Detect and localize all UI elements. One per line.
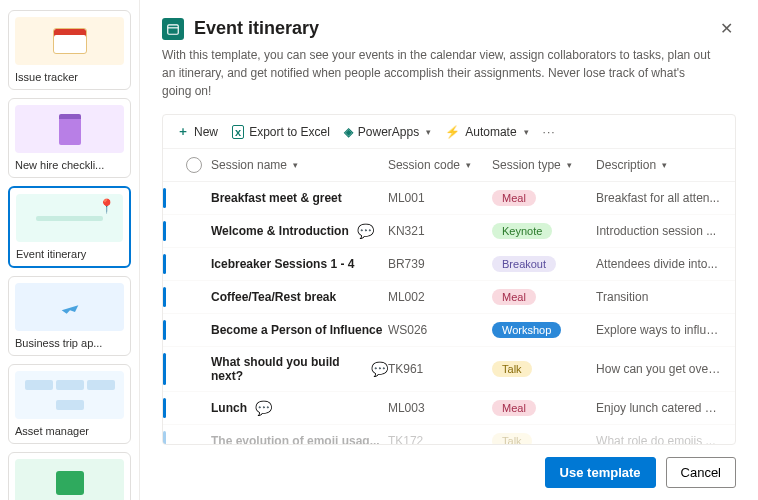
row-accent-bar bbox=[163, 398, 166, 418]
cell-session-name: Welcome & Introduction💬 bbox=[211, 223, 388, 239]
dialog-footer: Use template Cancel bbox=[162, 445, 736, 488]
list-toolbar: ＋ New x Export to Excel ◈ PowerApps ▾ ⚡ … bbox=[163, 115, 735, 149]
powerapps-icon: ◈ bbox=[344, 125, 353, 139]
cell-session-name: The evolution of emoji usag... bbox=[211, 434, 388, 444]
main-panel: Event itinerary ✕ With this template, yo… bbox=[140, 0, 758, 500]
template-card-business-trip[interactable]: Business trip ap... bbox=[8, 276, 131, 356]
asset-manager-thumb bbox=[15, 371, 124, 419]
template-label: Issue tracker bbox=[15, 71, 124, 83]
cell-session-name: Breakfast meet & greet bbox=[211, 191, 388, 205]
cell-description: Enjoy lunch catered b... bbox=[596, 401, 721, 415]
type-pill: Talk bbox=[492, 433, 532, 444]
comment-icon[interactable]: 💬 bbox=[371, 361, 388, 377]
chevron-down-icon: ▾ bbox=[466, 160, 471, 170]
cell-session-type: Talk bbox=[492, 433, 596, 444]
template-label: Event itinerary bbox=[16, 248, 123, 260]
cell-session-type: Workshop bbox=[492, 322, 596, 338]
row-accent-bar bbox=[163, 320, 166, 340]
cell-session-type: Meal bbox=[492, 289, 596, 305]
business-trip-thumb bbox=[15, 283, 124, 331]
row-accent-bar bbox=[163, 287, 166, 307]
table-row[interactable]: What should you build next?💬TK961TalkHow… bbox=[163, 347, 735, 392]
type-pill: Breakout bbox=[492, 256, 556, 272]
plus-icon: ＋ bbox=[177, 123, 189, 140]
comment-icon[interactable]: 💬 bbox=[255, 400, 272, 416]
column-description[interactable]: Description▾ bbox=[596, 158, 721, 172]
chevron-down-icon: ▾ bbox=[524, 127, 529, 137]
list-area: ＋ New x Export to Excel ◈ PowerApps ▾ ⚡ … bbox=[162, 114, 736, 445]
issue-tracker-thumb bbox=[15, 17, 124, 65]
template-card-issue-tracker[interactable]: Issue tracker bbox=[8, 10, 131, 90]
table-row[interactable]: Welcome & Introduction💬KN321KeynoteIntro… bbox=[163, 215, 735, 248]
excel-icon: x bbox=[232, 125, 244, 139]
template-label: Business trip ap... bbox=[15, 337, 124, 349]
cancel-button[interactable]: Cancel bbox=[666, 457, 736, 488]
select-all-toggle[interactable] bbox=[186, 157, 202, 173]
cell-description: Transition bbox=[596, 290, 721, 304]
template-card-event-itinerary[interactable]: 📍 Event itinerary bbox=[8, 186, 131, 268]
type-pill: Meal bbox=[492, 400, 536, 416]
more-actions-button[interactable]: ··· bbox=[543, 125, 556, 139]
column-session-name[interactable]: Session name▾ bbox=[211, 158, 388, 172]
type-pill: Meal bbox=[492, 289, 536, 305]
cell-session-code: WS026 bbox=[388, 323, 492, 337]
table-row[interactable]: Breakfast meet & greetML001MealBreakfast… bbox=[163, 182, 735, 215]
powerapps-label: PowerApps bbox=[358, 125, 419, 139]
page-subtitle: With this template, you can see your eve… bbox=[162, 46, 736, 100]
cell-description: How can you get over... bbox=[596, 362, 721, 376]
cell-session-type: Breakout bbox=[492, 256, 596, 272]
cell-session-name: Become a Person of Influence bbox=[211, 323, 388, 337]
close-button[interactable]: ✕ bbox=[716, 18, 736, 38]
cell-session-name: Icebreaker Sessions 1 - 4 bbox=[211, 257, 388, 271]
green-thumb bbox=[15, 459, 124, 500]
table-row[interactable]: Coffee/Tea/Rest breakML002MealTransition bbox=[163, 281, 735, 314]
comment-icon[interactable]: 💬 bbox=[357, 223, 374, 239]
column-session-code[interactable]: Session code▾ bbox=[388, 158, 492, 172]
template-card-new-hire[interactable]: New hire checkli... bbox=[8, 98, 131, 178]
chevron-down-icon: ▾ bbox=[567, 160, 572, 170]
cell-session-name: What should you build next?💬 bbox=[211, 355, 388, 383]
automate-button[interactable]: ⚡ Automate ▾ bbox=[445, 125, 528, 139]
template-label: New hire checkli... bbox=[15, 159, 124, 171]
cell-session-type: Meal bbox=[492, 190, 596, 206]
new-button[interactable]: ＋ New bbox=[177, 123, 218, 140]
cell-session-type: Talk bbox=[492, 361, 596, 377]
cell-description: Breakfast for all atten... bbox=[596, 191, 721, 205]
type-pill: Keynote bbox=[492, 223, 552, 239]
chevron-down-icon: ▾ bbox=[662, 160, 667, 170]
use-template-button[interactable]: Use template bbox=[545, 457, 656, 488]
powerapps-button[interactable]: ◈ PowerApps ▾ bbox=[344, 125, 431, 139]
cell-session-code: ML002 bbox=[388, 290, 492, 304]
template-label: Asset manager bbox=[15, 425, 124, 437]
cell-session-name: Coffee/Tea/Rest break bbox=[211, 290, 388, 304]
export-excel-button[interactable]: x Export to Excel bbox=[232, 125, 330, 139]
table-row[interactable]: The evolution of emoji usag...TK172TalkW… bbox=[163, 425, 735, 444]
row-accent-bar bbox=[163, 188, 166, 208]
type-pill: Meal bbox=[492, 190, 536, 206]
cell-session-code: ML003 bbox=[388, 401, 492, 415]
automate-label: Automate bbox=[465, 125, 516, 139]
flow-icon: ⚡ bbox=[445, 125, 460, 139]
cell-description: What role do emojis ... bbox=[596, 434, 721, 444]
cell-description: Explore ways to influe... bbox=[596, 323, 721, 337]
cell-session-code: TK172 bbox=[388, 434, 492, 444]
column-session-type[interactable]: Session type▾ bbox=[492, 158, 596, 172]
page-title: Event itinerary bbox=[194, 18, 319, 39]
cell-session-name: Lunch💬 bbox=[211, 400, 388, 416]
cell-session-code: ML001 bbox=[388, 191, 492, 205]
cell-session-type: Keynote bbox=[492, 223, 596, 239]
new-hire-thumb bbox=[15, 105, 124, 153]
row-accent-bar bbox=[163, 254, 166, 274]
template-card-more[interactable] bbox=[8, 452, 131, 500]
cell-session-code: KN321 bbox=[388, 224, 492, 238]
calendar-icon bbox=[162, 18, 184, 40]
template-card-asset-manager[interactable]: Asset manager bbox=[8, 364, 131, 444]
type-pill: Workshop bbox=[492, 322, 561, 338]
cell-description: Introduction session ... bbox=[596, 224, 721, 238]
table-row[interactable]: Become a Person of InfluenceWS026Worksho… bbox=[163, 314, 735, 347]
table-row[interactable]: Icebreaker Sessions 1 - 4BR739BreakoutAt… bbox=[163, 248, 735, 281]
row-accent-bar bbox=[163, 353, 166, 385]
table-row[interactable]: Lunch💬ML003MealEnjoy lunch catered b... bbox=[163, 392, 735, 425]
rows-container: Breakfast meet & greetML001MealBreakfast… bbox=[163, 182, 735, 444]
cell-session-code: TK961 bbox=[388, 362, 492, 376]
